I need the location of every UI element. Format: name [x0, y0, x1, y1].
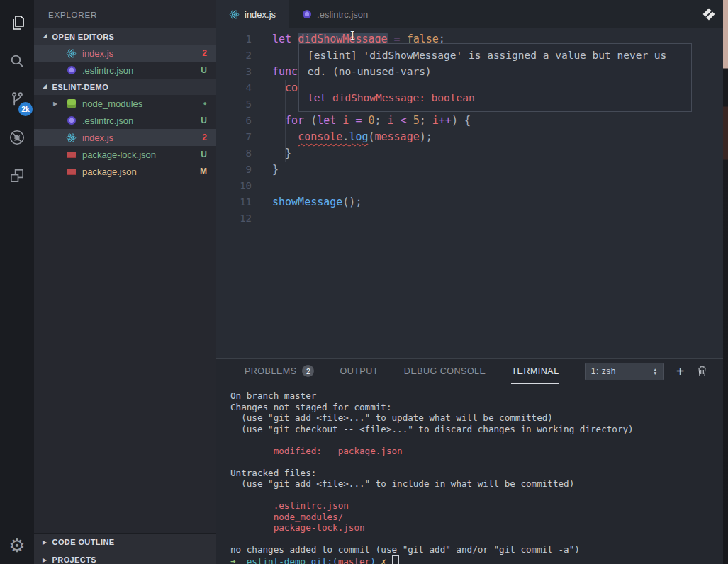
code-token: log [349, 130, 368, 143]
code-text: showMessage(); [252, 194, 362, 210]
terminal-line: .eslintrc.json [230, 500, 723, 512]
sidebar-title: EXPLORER [34, 0, 216, 28]
tooltip-type: let didShowMessage: boolean [299, 86, 691, 111]
tab-label: index.js [245, 9, 276, 20]
code-token [272, 114, 285, 127]
file-row-package-json[interactable]: package.jsonM [34, 163, 216, 180]
decoration-badge: ● [203, 100, 207, 107]
terminal-token: master [338, 556, 371, 564]
tooltip-type-token: let [308, 92, 332, 103]
terminal-token: no changes added to commit (use "git add… [230, 544, 580, 555]
code-token: 5 [413, 114, 420, 127]
code-token [336, 114, 342, 127]
panel-tab-bar: PROBLEMS2OUTPUTDEBUG CONSOLETERMINAL 1: … [216, 359, 723, 384]
section-header-eslint-demo[interactable]: ◢ESLINT-DEMO [34, 79, 216, 95]
line-number: 11 [216, 194, 252, 210]
file-row-package-lock-json[interactable]: package-lock.jsonU [34, 146, 216, 163]
terminal-output[interactable]: On branch masterChanges not staged for c… [216, 384, 723, 564]
file-name: index.js [82, 132, 113, 143]
code-token: ( [304, 114, 317, 127]
terminal-line [230, 534, 723, 545]
terminal-line [230, 490, 723, 501]
code-line: 11showMessage(); [216, 194, 723, 210]
tab-label: .eslintrc.json [317, 9, 368, 20]
line-number: 10 [216, 178, 252, 194]
scm-count-badge: 2k [18, 102, 33, 116]
explorer-icon[interactable] [0, 6, 34, 40]
terminal-line: package-lock.json [230, 522, 723, 534]
tooltip-message-line: [eslint] 'didShowMessage' is assigned a … [308, 47, 683, 64]
code-token [407, 114, 413, 127]
tab-bar: index.js .eslintrc.json [216, 0, 723, 28]
file-row--eslintrc-json[interactable]: .eslintrc.jsonU [34, 112, 216, 129]
line-number: 3 [216, 64, 252, 80]
new-terminal-icon[interactable]: + [676, 365, 685, 378]
explorer-sidebar: EXPLORER ◢OPEN EDITORSindex.js2.eslintrc… [34, 0, 216, 564]
code-line: 9} [216, 162, 723, 178]
section-header-projects[interactable]: ▶ PROJECTS [34, 551, 216, 564]
code-token: < [401, 114, 407, 127]
code-token: message [375, 130, 420, 143]
vscode-window: 2k ⚙ EXPLORER ◢OPEN EDITORSindex.js2.esl… [0, 0, 728, 564]
chevron-updown-icon: ▲▼ [653, 368, 658, 375]
file-row--eslintrc-json[interactable]: .eslintrc.jsonU [34, 62, 216, 79]
code-line: 10 [216, 178, 723, 194]
extensions-icon[interactable] [0, 159, 34, 193]
panel-tab-output[interactable]: OUTPUT [340, 359, 378, 384]
react-icon [229, 9, 240, 20]
kill-terminal-icon[interactable] [697, 366, 707, 377]
code-line: 6 for (let i = 0; i < 5; i++) { [216, 113, 723, 129]
panel-tabs-wrap: PROBLEMS2OUTPUTDEBUG CONSOLETERMINAL [245, 359, 559, 384]
code-editor[interactable]: 1let didShowMessage = false;23func4 co56… [216, 28, 723, 358]
activity-bar: 2k ⚙ [0, 0, 34, 564]
code-token: ++ [439, 114, 452, 127]
file-row-index-js[interactable]: index.js2 [34, 129, 216, 146]
code-text [252, 96, 272, 113]
code-token: console [298, 130, 342, 143]
file-name: index.js [82, 48, 113, 59]
terminal-token: ✗ [381, 556, 391, 564]
line-number: 1 [216, 31, 252, 47]
file-row-index-js[interactable]: index.js2 [34, 45, 216, 62]
panel-tab-label: PROBLEMS [245, 366, 296, 376]
terminal-line: no changes added to commit (use "git add… [230, 544, 723, 555]
file-row-node-modules[interactable]: ▶node_modules● [34, 95, 216, 112]
code-token: } [272, 163, 279, 176]
magnifier-icon [8, 52, 26, 70]
bottom-panel: PROBLEMS2OUTPUTDEBUG CONSOLETERMINAL 1: … [216, 358, 723, 564]
problems-count-badge: 2 [302, 365, 314, 377]
tab-index-js[interactable]: index.js [216, 0, 289, 28]
terminal-token: Changes not staged for commit: [230, 402, 391, 412]
terminal-line: Changes not staged for commit: [230, 402, 723, 413]
terminal-token: .eslintrc.json [230, 500, 349, 511]
panel-tab-debug-console[interactable]: DEBUG CONSOLE [404, 359, 486, 384]
source-control-icon[interactable]: 2k [0, 82, 34, 116]
sidebar-bottom-sections: ▶ CODE OUTLINE ▶ PROJECTS [34, 533, 216, 564]
search-icon[interactable] [0, 44, 34, 78]
code-token: func [272, 65, 298, 78]
section-header-code-outline[interactable]: ▶ CODE OUTLINE [34, 534, 216, 551]
line-number: 9 [216, 162, 252, 178]
indent-guide [285, 80, 286, 162]
hover-tooltip: [eslint] 'didShowMessage' is assigned a … [298, 43, 692, 112]
node-modules-folder-icon [66, 98, 77, 109]
panel-tab-terminal[interactable]: TERMINAL [511, 359, 559, 384]
terminal-shell-select[interactable]: 1: zsh ▲▼ [585, 363, 664, 380]
terminal-token: Untracked files: [230, 468, 316, 478]
code-token: ; [375, 114, 388, 127]
tab-eslintrc-json[interactable]: .eslintrc.json [289, 0, 381, 28]
line-number: 5 [216, 96, 252, 113]
debug-icon[interactable] [0, 120, 34, 154]
code-line: 8 } [216, 145, 723, 162]
panel-tab-problems[interactable]: PROBLEMS2 [245, 359, 314, 384]
tooltip-type-token: didShowMessage: boolean [332, 92, 475, 103]
settings-gear-icon[interactable]: ⚙ [0, 531, 34, 560]
decoration-badge: 2 [202, 132, 207, 142]
split-editor-icon[interactable] [701, 6, 717, 25]
panel-actions: 1: zsh ▲▼ + [585, 363, 723, 380]
twistie-collapsed-icon: ▶ [43, 557, 47, 563]
panel-tab-label: OUTPUT [340, 366, 378, 376]
line-number: 12 [216, 210, 252, 227]
section-label: OPEN EDITORS [52, 33, 115, 41]
section-header-open-editors[interactable]: ◢OPEN EDITORS [34, 28, 216, 45]
